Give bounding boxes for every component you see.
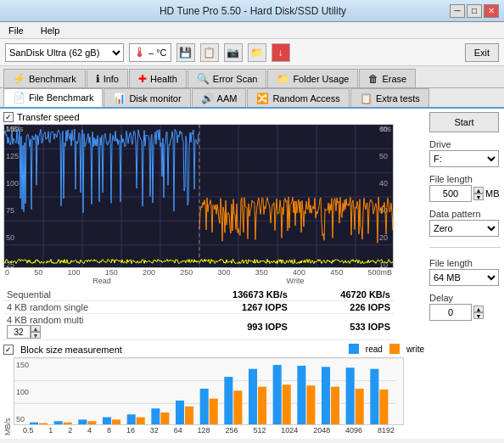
divider: [429, 247, 501, 248]
delay-label: Delay: [429, 293, 501, 303]
minimize-button[interactable]: ─: [450, 4, 465, 18]
maximize-button[interactable]: □: [467, 4, 482, 18]
icon-download[interactable]: ↓: [272, 43, 290, 62]
stat-label-4kb-multi: 4 KB random multi ▲ ▼: [3, 314, 168, 340]
tab-aam[interactable]: 🔊 AAM: [192, 88, 247, 107]
drive-select[interactable]: SanDisk Ultra (62 gB): [5, 43, 124, 62]
file-length-input[interactable]: [429, 185, 472, 202]
read-label: Read: [5, 277, 199, 285]
table-row: 4 KB random single 1267 IOPS 226 IOPS: [3, 301, 394, 314]
file-length-label: File length: [429, 174, 501, 184]
block-size-header: ✓ Block size measurement read write: [3, 344, 424, 356]
transfer-speed-label: Transfer speed: [17, 112, 80, 122]
file-length-down[interactable]: ▼: [473, 193, 484, 200]
menu-bar: File Help: [0, 22, 504, 39]
data-pattern-control: Data pattern Zero: [429, 209, 501, 237]
benchmark-icon: ⚡: [13, 73, 25, 85]
queue-up-btn[interactable]: ▲: [31, 325, 41, 332]
stat-write-sequential: 46720 KB/s: [291, 289, 394, 301]
write-legend-sq: [389, 344, 400, 354]
tab-random-access[interactable]: 🔀 Random Access: [247, 88, 349, 107]
x-axis-sublabels: Read Write: [3, 277, 394, 285]
tabs-row2: 📄 File Benchmark 📊 Disk monitor 🔊 AAM 🔀 …: [0, 88, 504, 109]
transfer-speed-header: ✓ Transfer speed: [3, 112, 424, 122]
tab-info[interactable]: ℹ Info: [87, 69, 128, 87]
health-icon: ✚: [138, 73, 147, 85]
stat-read-sequential: 136673 KB/s: [168, 289, 291, 301]
tab-health[interactable]: ✚ Health: [129, 69, 187, 87]
stat-label-sequential: Sequential: [3, 289, 168, 301]
menu-help[interactable]: Help: [37, 25, 64, 36]
read-legend-label: read: [366, 345, 383, 354]
tab-benchmark[interactable]: ⚡ Benchmark: [3, 69, 86, 87]
tab-erase[interactable]: 🗑 Erase: [359, 69, 416, 87]
stat-read-4kb-multi: 993 IOPS: [168, 314, 291, 340]
exit-button[interactable]: Exit: [465, 43, 499, 62]
x-axis-labels: 0 50 100 150 200 250 300 350 400 450 500…: [3, 268, 394, 277]
file-length-control: File length ▲ ▼ MB: [429, 174, 501, 202]
block-chart: [14, 357, 404, 425]
close-button[interactable]: ✕: [484, 4, 499, 18]
drive-select-right[interactable]: F:: [429, 150, 499, 167]
file-length-bottom-label: File length: [429, 258, 501, 268]
aam-icon: 🔊: [201, 93, 214, 104]
window-title: HD Tune Pro 5.50 - Hard Disk/SSD Utility: [56, 5, 450, 17]
stat-label-4kb-single: 4 KB random single: [3, 301, 168, 314]
filebenchmark-icon: 📄: [13, 92, 25, 104]
tab-extra-tests[interactable]: 📋 Extra tests: [350, 88, 429, 107]
data-pattern-label: Data pattern: [429, 209, 501, 219]
delay-input[interactable]: [429, 304, 472, 321]
stat-write-4kb-multi: 533 IOPS: [291, 314, 394, 340]
transfer-speed-checkbox[interactable]: ✓: [3, 112, 14, 122]
temperature-display: 🌡 – °C: [129, 43, 171, 62]
tab-disk-monitor[interactable]: 📊 Disk monitor: [104, 88, 190, 107]
tab-error-scan[interactable]: 🔍 Error Scan: [188, 69, 267, 87]
icon-info[interactable]: 📋: [200, 43, 219, 62]
errorscan-icon: 🔍: [197, 73, 210, 85]
left-panel: ✓ Transfer speed 0 50 100 150 200 250 30…: [3, 112, 424, 435]
table-row: 4 KB random multi ▲ ▼ 993 IOPS 533 IOPS: [3, 314, 394, 340]
tab-folder-usage[interactable]: 📁 Folder Usage: [267, 69, 358, 87]
stat-write-4kb-single: 226 IOPS: [291, 301, 394, 314]
delay-up[interactable]: ▲: [473, 306, 484, 312]
title-bar: HD Tune Pro 5.50 - Hard Disk/SSD Utility…: [0, 0, 504, 22]
erase-icon: 🗑: [368, 73, 378, 85]
drive-control-label: Drive: [429, 139, 501, 149]
icon-camera[interactable]: 📷: [224, 43, 243, 62]
start-button[interactable]: Start: [429, 112, 499, 132]
benchmark-chart: [3, 124, 394, 268]
delay-down[interactable]: ▼: [473, 312, 484, 319]
main-content: ✓ Transfer speed 0 50 100 150 200 250 30…: [0, 109, 504, 439]
queue-depth-input[interactable]: [7, 325, 31, 339]
queue-down-btn[interactable]: ▼: [31, 332, 41, 339]
block-y-label: MB/s: [3, 367, 12, 435]
icon-hdd[interactable]: 💾: [176, 43, 195, 62]
file-length-bottom-control: File length 64 MB: [429, 258, 501, 286]
info-icon: ℹ: [96, 73, 100, 85]
table-row: Sequential 136673 KB/s 46720 KB/s: [3, 289, 394, 301]
drive-control: Drive F:: [429, 139, 501, 167]
randomaccess-icon: 🔀: [256, 93, 269, 104]
tab-file-benchmark[interactable]: 📄 File Benchmark: [3, 88, 103, 107]
file-length-up[interactable]: ▲: [473, 187, 484, 193]
block-chart-wrapper: MB/s 0.5 1 2 4 8 16 32 64 128: [3, 357, 424, 435]
block-legend: read write: [349, 344, 424, 354]
block-chart-container: ✓ Block size measurement read write MB/s…: [3, 344, 424, 435]
temperature-value: – °C: [148, 48, 167, 58]
read-legend-sq: [349, 344, 359, 354]
data-pattern-select[interactable]: Zero: [429, 220, 499, 237]
icon-folder[interactable]: 📁: [248, 43, 266, 62]
folder-icon: 📁: [277, 73, 289, 85]
toolbar: SanDisk Ultra (62 gB) 🌡 – °C 💾 📋 📷 📁 ↓ E…: [0, 39, 504, 66]
block-size-checkbox[interactable]: ✓: [3, 345, 14, 355]
window-controls: ─ □ ✕: [450, 4, 499, 18]
queue-spinner: ▲ ▼: [7, 325, 165, 339]
diskmonitor-icon: 📊: [113, 93, 126, 104]
stats-table: Sequential 136673 KB/s 46720 KB/s 4 KB r…: [3, 289, 394, 340]
file-length-unit: MB: [485, 188, 500, 199]
menu-file[interactable]: File: [5, 25, 27, 36]
stat-read-4kb-single: 1267 IOPS: [168, 301, 291, 314]
delay-control: Delay ▲ ▼: [429, 293, 501, 321]
extratests-icon: 📋: [360, 93, 372, 104]
file-length-select[interactable]: 64 MB: [429, 269, 499, 286]
